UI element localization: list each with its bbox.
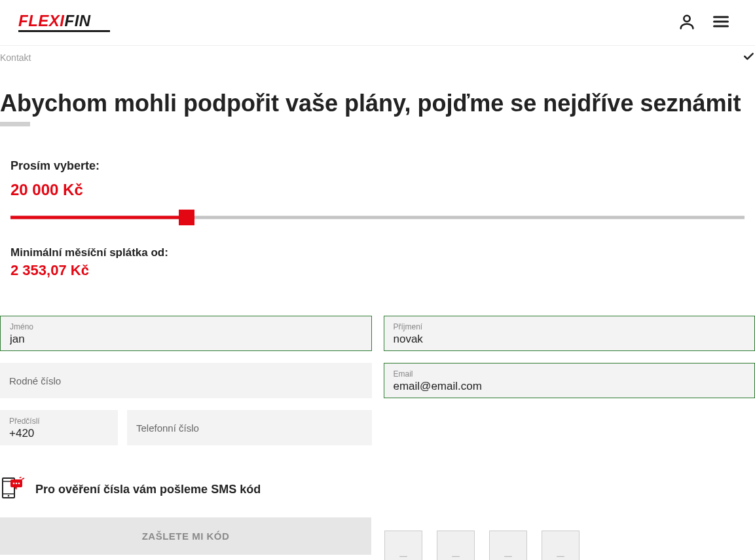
code-row: ZAŠLETE MI KÓD POSLAT ZNOVU _ _ _ _ [0,517,755,560]
first-name-label: Jméno [10,322,362,331]
phone-number-label: Telefonní číslo [136,422,363,434]
header: FLEXIFIN [0,0,755,46]
svg-point-7 [8,495,10,497]
last-name-label: Příjmení [394,322,746,331]
svg-point-11 [18,483,20,485]
amount-section: Prosím vyberte: 20 000 Kč Minimální měsí… [0,159,755,299]
slider-handle[interactable] [179,210,194,225]
code-digit-2[interactable]: _ [437,531,475,560]
phone-prefix-input[interactable] [9,427,109,440]
birth-number-field[interactable]: Rodné číslo [0,363,372,398]
hamburger-menu-icon[interactable] [710,12,731,33]
slider-fill [10,216,187,219]
breadcrumb-label: Kontakt [0,52,31,63]
sms-phone-icon [0,477,25,502]
email-field[interactable]: Email [384,363,756,398]
email-input[interactable] [394,380,746,393]
form-grid: Jméno Příjmení Rodné číslo Email Předčís… [0,316,755,445]
sms-notice-text: Pro ověření čísla vám pošleme SMS kód [35,483,261,496]
monthly-value: 2 353,07 Kč [10,262,745,279]
svg-point-0 [684,15,690,21]
phone-prefix-label: Předčíslí [9,417,109,426]
breadcrumb: Kontakt [0,46,755,69]
first-name-input[interactable] [10,333,362,346]
email-label: Email [394,369,746,379]
svg-point-10 [16,483,18,485]
phone-number-field[interactable]: Telefonní číslo [127,410,372,445]
phone-prefix-field[interactable]: Předčíslí [0,410,118,445]
amount-slider[interactable] [10,211,745,224]
send-code-button[interactable]: ZAŠLETE MI KÓD [0,517,371,555]
logo-text-black: FIN [65,12,91,29]
check-icon [742,50,755,65]
monthly-label: Minimální měsíční splátka od: [10,246,745,259]
amount-value: 20 000 Kč [10,181,745,199]
svg-line-12 [20,477,22,478]
code-digit-4[interactable]: _ [542,531,580,560]
last-name-field[interactable]: Příjmení [384,316,756,351]
birth-number-label: Rodné číslo [9,375,363,387]
sms-notice-row: Pro ověření čísla vám pošleme SMS kód [0,477,755,502]
page-title: Abychom mohli podpořit vaše plány, pojďm… [0,88,755,118]
logo-text-red: FLEXI [18,12,65,29]
code-digit-1[interactable]: _ [384,531,422,560]
title-underline [0,122,30,126]
svg-point-9 [13,483,15,485]
header-icons [678,12,731,33]
last-name-input[interactable] [394,333,746,346]
logo-underline [18,30,110,32]
code-digit-3[interactable]: _ [489,531,527,560]
svg-line-13 [22,478,24,479]
first-name-field[interactable]: Jméno [0,316,372,351]
amount-select-label: Prosím vyberte: [10,159,745,173]
user-icon[interactable] [678,12,696,33]
logo[interactable]: FLEXIFIN [18,13,110,32]
code-inputs: _ _ _ _ [384,517,580,560]
